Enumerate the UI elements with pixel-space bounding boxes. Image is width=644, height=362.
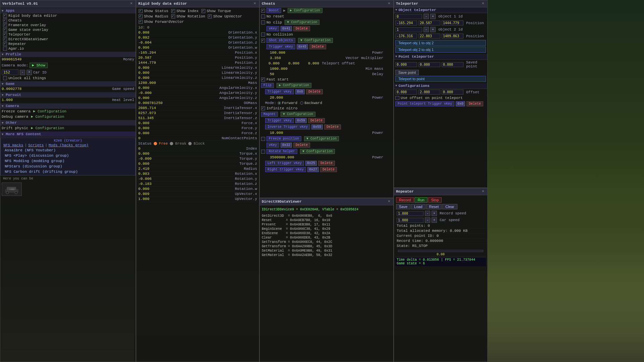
flip-config-btn[interactable]: ► Configuration [277, 83, 311, 88]
delete-btn-left[interactable]: Delete [318, 161, 335, 166]
checkbox-agario[interactable] [3, 47, 7, 51]
rotate-config-btn[interactable]: ▼ Configuration [300, 149, 335, 154]
clear-btn[interactable]: Clear [442, 204, 457, 209]
delete-btn-freeze[interactable]: Delete [293, 143, 310, 148]
menu-rigid-body[interactable]: Rigid body data editor [0, 13, 136, 18]
show-radius[interactable]: Show Radius [138, 14, 169, 19]
obj1-pos-z[interactable] [442, 20, 463, 25]
verble-tool-close[interactable]: × [129, 1, 134, 6]
show-index[interactable]: Show Index [170, 9, 200, 13]
shot-config-btn[interactable]: ▼ Configuration [298, 38, 333, 43]
radio-forward[interactable]: Forward [278, 101, 297, 105]
flip-trigger-btn[interactable]: Trigger vKey [265, 89, 294, 94]
magnet-config-btn[interactable]: ▼ Configuration [281, 112, 315, 117]
radio-backward[interactable]: Backward [300, 101, 322, 105]
stop-btn[interactable]: Stop [428, 197, 442, 203]
obj1-pos-x[interactable] [395, 20, 417, 25]
obj2-pos-y[interactable] [418, 34, 440, 39]
show-torque[interactable]: Show Torque [200, 9, 232, 13]
nfs-stars-group[interactable]: NFStars (discussion group) [2, 164, 134, 169]
shot-trigger-btn[interactable]: Trigger vKey [266, 44, 295, 49]
checkbox-dx9viewer[interactable] [3, 37, 7, 41]
use-offset-row[interactable]: Use offset on point teleport [394, 95, 487, 101]
left-trigger-btn[interactable]: Left trigger vKey [265, 161, 304, 166]
run-btn[interactable]: Run [414, 197, 427, 203]
show-upvector[interactable]: Show UpVector [207, 14, 243, 19]
obj2-pos-x[interactable] [395, 34, 417, 39]
load-btn[interactable]: Load [411, 204, 425, 209]
vkey-label[interactable]: vKey [266, 26, 279, 31]
freeze-config-btn[interactable]: ▼ Configuration [304, 136, 339, 141]
freeze-vkey-btn[interactable]: vKey [266, 143, 279, 148]
save-btn[interactable]: Save [396, 204, 410, 209]
flip-btn[interactable]: Flip [261, 83, 274, 88]
checkbox-rotate[interactable] [261, 150, 265, 154]
nfs-play-group[interactable]: NFS <Play> (discussion group) [2, 153, 134, 158]
menu-dx9viewer[interactable]: DirectX9DataViewer [0, 37, 136, 42]
freeze-position-btn[interactable]: Freeze position [266, 136, 301, 141]
car-speed-plus[interactable]: + [432, 217, 437, 223]
checkbox-show-forwardvector[interactable] [139, 20, 143, 24]
stepper-minus[interactable]: - [20, 70, 25, 75]
checkbox-infinite-nitro[interactable] [261, 106, 265, 110]
teleport-to-point-btn[interactable]: Teleport to point [395, 76, 486, 82]
obj2-pos-z[interactable] [442, 34, 463, 39]
car-id-input[interactable] [2, 69, 18, 75]
delete-btn-right[interactable]: Delete [320, 167, 337, 172]
delete-btn-inverse[interactable]: Delete [324, 124, 341, 130]
checkbox-show-rotation[interactable] [171, 14, 175, 18]
camera-mode-value[interactable]: ► Show [30, 63, 48, 68]
offset-x[interactable] [395, 90, 417, 95]
obj1-id-plus[interactable]: + [430, 14, 436, 19]
delete-btn-noclip[interactable]: Delete [293, 26, 310, 31]
reset-btn[interactable]: Reset [426, 204, 442, 209]
offset-y[interactable] [418, 90, 440, 95]
checkbox-repeater[interactable] [3, 42, 7, 46]
point-trigger-btn[interactable]: Point teleport Trigger vKey [395, 101, 454, 106]
checkbox-use-offset[interactable] [395, 96, 399, 100]
show-forwardvector[interactable]: Show ForwardVector [138, 19, 185, 24]
obj2-id-input[interactable] [395, 27, 422, 32]
rotate-helper-btn[interactable]: Rotate helper [266, 149, 297, 154]
saved-z[interactable] [442, 62, 463, 67]
checkbox-cheats[interactable] [3, 18, 7, 22]
menu-agario[interactable]: Agar.io [0, 46, 136, 51]
rigid-body-close[interactable]: × [253, 1, 257, 6]
checkbox-rigid-body[interactable] [3, 14, 7, 18]
debug-camera-config[interactable]: ► Configuration [31, 115, 64, 119]
menu-cheats[interactable]: Cheats [0, 18, 136, 23]
delete-btn-magnet[interactable]: Delete [308, 118, 325, 123]
nfs-carbon-group[interactable]: NFS Carbon drift (drifting group) [2, 169, 134, 174]
right-trigger-btn[interactable]: Right trigger vKey [265, 167, 306, 172]
checkbox-shot-objects[interactable] [261, 39, 265, 43]
shot-objects-btn[interactable]: Shot objects [266, 38, 295, 43]
delete-btn-shot[interactable]: Delete [309, 44, 326, 49]
checkbox-framerate[interactable] [3, 23, 7, 27]
checkbox-boost[interactable] [261, 9, 265, 13]
checkbox-no-reset[interactable] [261, 14, 265, 18]
record-speed-plus[interactable]: + [432, 211, 437, 216]
obj2-id-plus[interactable]: + [430, 27, 436, 32]
checkbox-show-radius[interactable] [139, 14, 143, 18]
menu-game-state[interactable]: Game state overlay [0, 28, 136, 32]
freeze-camera-config[interactable]: ► Configuration [33, 109, 66, 113]
teleporter-close[interactable]: × [481, 1, 485, 6]
nfs-modding-group[interactable]: NFS Modding (modding group) [2, 158, 134, 164]
inverse-trigger-btn[interactable]: Inverse Trigger vKey [265, 124, 310, 130]
checkbox-no-clip[interactable] [261, 20, 265, 24]
drift-physic-config[interactable]: ► Configuration [31, 126, 64, 130]
checkbox-game-state[interactable] [3, 28, 7, 32]
menu-framerate[interactable]: Framerate overlay [0, 23, 136, 28]
obj1-pos-y[interactable] [418, 20, 440, 25]
obj1-id-minus[interactable]: - [424, 14, 429, 19]
checkbox-show-status[interactable] [139, 9, 143, 13]
record-speed-minus[interactable]: - [425, 211, 430, 216]
menu-repeater[interactable]: Repeater [0, 42, 136, 46]
car-speed-input[interactable] [397, 218, 424, 223]
obj2-id-minus[interactable]: - [424, 27, 429, 32]
unlock-all-row[interactable]: Unlock all things [0, 76, 136, 81]
link-mods[interactable]: Mods (hacks group) [49, 143, 89, 147]
offset-z[interactable] [442, 90, 463, 95]
repeater-close[interactable]: × [481, 189, 485, 194]
saved-y[interactable] [418, 62, 440, 67]
